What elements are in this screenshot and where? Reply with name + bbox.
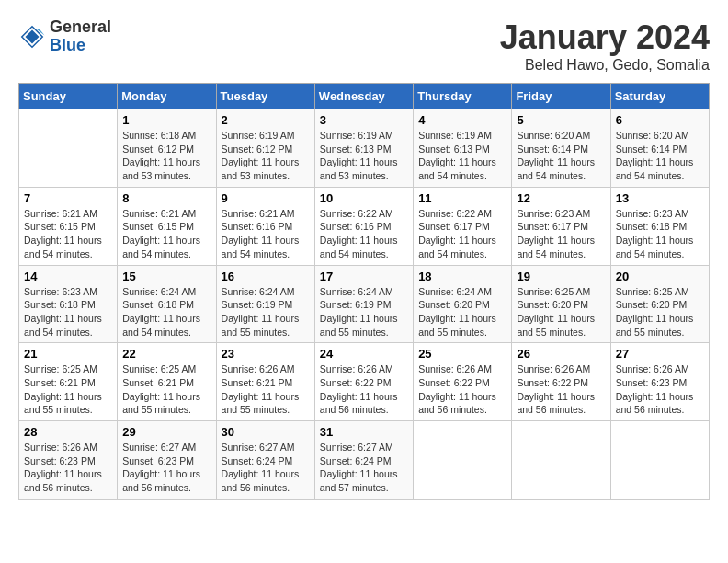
day-number: 2 bbox=[222, 113, 310, 127]
day-info: Sunrise: 6:26 AM Sunset: 6:22 PM Dayligh… bbox=[517, 362, 605, 417]
month-title: January 2024 bbox=[500, 18, 710, 57]
page-header: General Blue January 2024 Beled Hawo, Ge… bbox=[18, 18, 710, 74]
calendar-day-cell: 29Sunrise: 6:27 AM Sunset: 6:23 PM Dayli… bbox=[118, 421, 216, 500]
calendar-day-cell: 10Sunrise: 6:22 AM Sunset: 6:16 PM Dayli… bbox=[314, 187, 413, 265]
day-info: Sunrise: 6:19 AM Sunset: 6:13 PM Dayligh… bbox=[320, 129, 408, 183]
calendar-day-cell: 9Sunrise: 6:21 AM Sunset: 6:16 PM Daylig… bbox=[216, 187, 314, 265]
day-number: 13 bbox=[616, 191, 704, 205]
day-info: Sunrise: 6:21 AM Sunset: 6:16 PM Dayligh… bbox=[222, 207, 310, 261]
calendar-week-row: 28Sunrise: 6:26 AM Sunset: 6:23 PM Dayli… bbox=[19, 421, 710, 500]
calendar-day-cell: 22Sunrise: 6:25 AM Sunset: 6:21 PM Dayli… bbox=[118, 343, 216, 421]
calendar-week-row: 21Sunrise: 6:25 AM Sunset: 6:21 PM Dayli… bbox=[19, 343, 710, 421]
calendar-day-cell: 19Sunrise: 6:25 AM Sunset: 6:20 PM Dayli… bbox=[512, 265, 610, 343]
day-info: Sunrise: 6:26 AM Sunset: 6:23 PM Dayligh… bbox=[616, 362, 704, 417]
calendar-day-cell: 21Sunrise: 6:25 AM Sunset: 6:21 PM Dayli… bbox=[19, 343, 118, 421]
day-number: 20 bbox=[616, 270, 704, 283]
day-number: 24 bbox=[320, 347, 408, 361]
day-number: 10 bbox=[320, 191, 408, 205]
calendar-day-cell: 2Sunrise: 6:19 AM Sunset: 6:12 PM Daylig… bbox=[216, 109, 314, 188]
day-number: 30 bbox=[222, 425, 310, 439]
day-number: 15 bbox=[122, 270, 210, 283]
weekday-header-cell: Friday bbox=[512, 84, 610, 109]
day-info: Sunrise: 6:23 AM Sunset: 6:18 PM Dayligh… bbox=[24, 285, 112, 339]
day-number: 18 bbox=[418, 270, 506, 283]
logo-icon bbox=[18, 23, 46, 51]
day-number: 7 bbox=[24, 191, 112, 205]
day-number: 9 bbox=[222, 191, 310, 205]
calendar-day-cell: 27Sunrise: 6:26 AM Sunset: 6:23 PM Dayli… bbox=[610, 343, 709, 421]
day-number: 6 bbox=[616, 113, 704, 127]
day-info: Sunrise: 6:22 AM Sunset: 6:16 PM Dayligh… bbox=[320, 207, 408, 261]
day-info: Sunrise: 6:26 AM Sunset: 6:21 PM Dayligh… bbox=[222, 362, 310, 417]
calendar-day-cell: 7Sunrise: 6:21 AM Sunset: 6:15 PM Daylig… bbox=[19, 187, 118, 265]
weekday-header-cell: Sunday bbox=[19, 84, 118, 109]
day-info: Sunrise: 6:19 AM Sunset: 6:12 PM Dayligh… bbox=[222, 129, 310, 183]
day-number: 12 bbox=[517, 191, 605, 205]
day-number: 19 bbox=[517, 270, 605, 283]
day-number: 25 bbox=[418, 347, 506, 361]
day-info: Sunrise: 6:21 AM Sunset: 6:15 PM Dayligh… bbox=[24, 207, 112, 261]
calendar-day-cell: 25Sunrise: 6:26 AM Sunset: 6:22 PM Dayli… bbox=[414, 343, 512, 421]
calendar-day-cell: 23Sunrise: 6:26 AM Sunset: 6:21 PM Dayli… bbox=[216, 343, 314, 421]
day-number: 26 bbox=[517, 347, 605, 361]
calendar-day-cell: 12Sunrise: 6:23 AM Sunset: 6:17 PM Dayli… bbox=[512, 187, 610, 265]
calendar-day-cell: 14Sunrise: 6:23 AM Sunset: 6:18 PM Dayli… bbox=[19, 265, 118, 343]
day-number: 3 bbox=[320, 113, 408, 127]
day-info: Sunrise: 6:24 AM Sunset: 6:19 PM Dayligh… bbox=[222, 285, 310, 339]
day-info: Sunrise: 6:27 AM Sunset: 6:24 PM Dayligh… bbox=[222, 441, 310, 495]
weekday-header-cell: Wednesday bbox=[314, 84, 413, 109]
day-number: 14 bbox=[24, 270, 112, 283]
calendar-day-cell: 1Sunrise: 6:18 AM Sunset: 6:12 PM Daylig… bbox=[118, 109, 216, 188]
calendar-week-row: 1Sunrise: 6:18 AM Sunset: 6:12 PM Daylig… bbox=[19, 109, 710, 188]
calendar-day-cell: 17Sunrise: 6:24 AM Sunset: 6:19 PM Dayli… bbox=[314, 265, 413, 343]
calendar-day-cell bbox=[512, 421, 610, 500]
day-number: 17 bbox=[320, 270, 408, 283]
calendar-day-cell: 28Sunrise: 6:26 AM Sunset: 6:23 PM Dayli… bbox=[19, 421, 118, 500]
logo-text: General Blue bbox=[50, 18, 111, 55]
day-info: Sunrise: 6:24 AM Sunset: 6:20 PM Dayligh… bbox=[418, 285, 506, 339]
day-info: Sunrise: 6:19 AM Sunset: 6:13 PM Dayligh… bbox=[418, 129, 506, 183]
title-block: January 2024 Beled Hawo, Gedo, Somalia bbox=[500, 18, 710, 74]
calendar-day-cell bbox=[610, 421, 709, 500]
calendar-day-cell bbox=[414, 421, 512, 500]
calendar-day-cell: 5Sunrise: 6:20 AM Sunset: 6:14 PM Daylig… bbox=[512, 109, 610, 188]
day-number: 8 bbox=[122, 191, 210, 205]
day-number: 21 bbox=[24, 347, 112, 361]
calendar-day-cell: 31Sunrise: 6:27 AM Sunset: 6:24 PM Dayli… bbox=[314, 421, 413, 500]
calendar-day-cell: 30Sunrise: 6:27 AM Sunset: 6:24 PM Dayli… bbox=[216, 421, 314, 500]
day-info: Sunrise: 6:20 AM Sunset: 6:14 PM Dayligh… bbox=[616, 129, 704, 183]
calendar-day-cell: 3Sunrise: 6:19 AM Sunset: 6:13 PM Daylig… bbox=[314, 109, 413, 188]
day-info: Sunrise: 6:25 AM Sunset: 6:21 PM Dayligh… bbox=[24, 362, 112, 417]
day-info: Sunrise: 6:23 AM Sunset: 6:18 PM Dayligh… bbox=[616, 207, 704, 261]
weekday-header-cell: Tuesday bbox=[216, 84, 314, 109]
calendar-day-cell: 4Sunrise: 6:19 AM Sunset: 6:13 PM Daylig… bbox=[414, 109, 512, 188]
calendar-day-cell: 13Sunrise: 6:23 AM Sunset: 6:18 PM Dayli… bbox=[610, 187, 709, 265]
calendar-day-cell: 26Sunrise: 6:26 AM Sunset: 6:22 PM Dayli… bbox=[512, 343, 610, 421]
logo-general: General bbox=[50, 18, 111, 37]
day-number: 28 bbox=[24, 425, 112, 439]
weekday-header-cell: Thursday bbox=[414, 84, 512, 109]
calendar-day-cell: 6Sunrise: 6:20 AM Sunset: 6:14 PM Daylig… bbox=[610, 109, 709, 188]
calendar-day-cell: 18Sunrise: 6:24 AM Sunset: 6:20 PM Dayli… bbox=[414, 265, 512, 343]
location-title: Beled Hawo, Gedo, Somalia bbox=[500, 57, 710, 74]
day-number: 1 bbox=[122, 113, 210, 127]
day-info: Sunrise: 6:26 AM Sunset: 6:22 PM Dayligh… bbox=[320, 362, 408, 417]
weekday-header-cell: Monday bbox=[118, 84, 216, 109]
calendar-day-cell: 16Sunrise: 6:24 AM Sunset: 6:19 PM Dayli… bbox=[216, 265, 314, 343]
day-info: Sunrise: 6:18 AM Sunset: 6:12 PM Dayligh… bbox=[122, 129, 210, 183]
day-info: Sunrise: 6:25 AM Sunset: 6:20 PM Dayligh… bbox=[517, 285, 605, 339]
calendar-day-cell: 20Sunrise: 6:25 AM Sunset: 6:20 PM Dayli… bbox=[610, 265, 709, 343]
day-info: Sunrise: 6:25 AM Sunset: 6:21 PM Dayligh… bbox=[122, 362, 210, 417]
calendar-week-row: 7Sunrise: 6:21 AM Sunset: 6:15 PM Daylig… bbox=[19, 187, 710, 265]
day-number: 22 bbox=[122, 347, 210, 361]
day-info: Sunrise: 6:21 AM Sunset: 6:15 PM Dayligh… bbox=[122, 207, 210, 261]
day-info: Sunrise: 6:26 AM Sunset: 6:22 PM Dayligh… bbox=[418, 362, 506, 417]
calendar-week-row: 14Sunrise: 6:23 AM Sunset: 6:18 PM Dayli… bbox=[19, 265, 710, 343]
day-number: 11 bbox=[418, 191, 506, 205]
day-number: 27 bbox=[616, 347, 704, 361]
day-info: Sunrise: 6:20 AM Sunset: 6:14 PM Dayligh… bbox=[517, 129, 605, 183]
calendar-day-cell: 8Sunrise: 6:21 AM Sunset: 6:15 PM Daylig… bbox=[118, 187, 216, 265]
calendar-day-cell: 11Sunrise: 6:22 AM Sunset: 6:17 PM Dayli… bbox=[414, 187, 512, 265]
day-info: Sunrise: 6:26 AM Sunset: 6:23 PM Dayligh… bbox=[24, 441, 112, 495]
calendar-day-cell bbox=[19, 109, 118, 188]
